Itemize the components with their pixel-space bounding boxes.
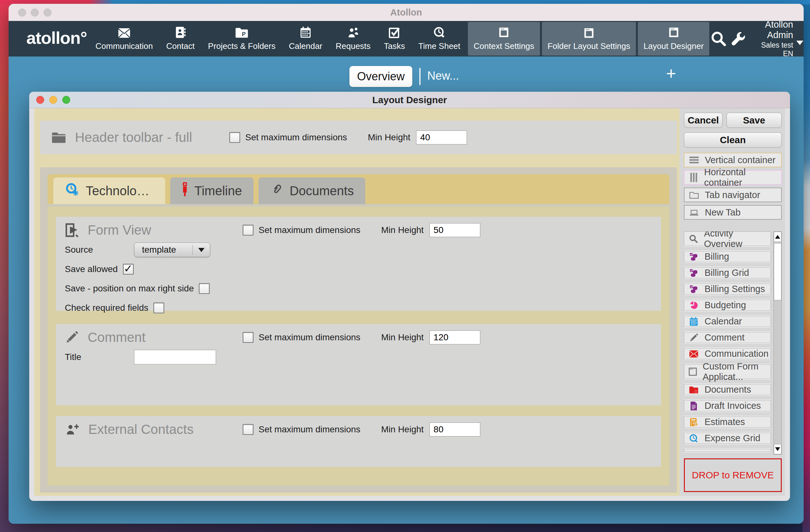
form-view-section[interactable]: Form View Set maximum dimensions Min Hei… [56,217,661,311]
palette-horizontal-container[interactable]: Horizontal container [684,170,782,185]
set-max-dimensions-label: Set maximum dimensions [259,425,360,435]
palette-vertical-container[interactable]: Vertical container [684,153,782,167]
scroll-down-icon[interactable] [774,444,781,454]
window-icon [688,367,698,377]
designer-tab-timeline[interactable]: Timeline [170,178,254,204]
min-height-input[interactable] [430,223,480,237]
pencil-icon [65,330,79,344]
clock-icon [688,434,699,443]
palette-tab-navigator[interactable]: Tab navigator [684,188,782,202]
nav-item-time-sheet[interactable]: Time Sheet [412,22,467,55]
nav-item-layout-designer[interactable]: Layout Designer [638,22,709,55]
folder-icon [51,131,66,144]
component-list: Activity Overview Billing [684,231,782,454]
palette-billing-grid[interactable]: Billing Grid [684,267,771,278]
source-label: Source [65,245,134,255]
add-tab-button[interactable]: + [666,64,676,83]
designer-tab-documents[interactable]: Documents [259,178,365,204]
scroll-up-icon[interactable] [774,232,781,242]
save-button[interactable]: Save [727,113,782,128]
palette-draft-invoices[interactable]: Draft Invoices [684,400,771,411]
palette-expense-grid[interactable]: Expense Grid [684,433,771,444]
palette-calendar[interactable]: Calendar [684,316,771,327]
header-toolbar-section[interactable]: Header toolbar - full Set maximum dimens… [40,121,677,154]
window-icon [498,26,510,38]
palette-comment[interactable]: Comment [684,332,771,343]
desktop-background: Atollon atollon° Dashboard Communication… [0,0,810,532]
source-dropdown[interactable]: template [134,243,210,257]
tab-new[interactable]: New... [427,69,459,83]
person-plus-icon [65,423,79,436]
section-title: External Contacts [88,422,194,437]
palette-billing-settings[interactable]: Billing Settings [684,283,771,295]
main-navigation-bar: atollon° Dashboard Communication Contact [9,21,804,56]
search-icon[interactable] [710,29,727,49]
cancel-button[interactable]: Cancel [684,113,723,128]
palette-budgeting[interactable]: Budgeting [684,300,771,311]
palette-documents[interactable]: Documents [684,384,771,395]
palette-item-clipped[interactable] [684,449,771,452]
new-tab-icon [688,208,700,217]
wrench-icon[interactable] [730,29,747,49]
check-required-checkbox[interactable] [153,302,164,313]
palette-new-tab[interactable]: New Tab [684,205,782,220]
pin-icon [182,182,188,200]
nav-item-tasks[interactable]: Tasks [377,22,412,55]
palette-communication[interactable]: Communication [684,348,771,359]
palette-estimates[interactable]: $ Estimates [684,416,771,428]
tab-overview[interactable]: Overview [350,66,412,87]
comment-title-input[interactable] [134,350,216,364]
nav-item-requests[interactable]: Requests [329,22,377,55]
min-height-input[interactable] [430,422,480,436]
vertical-container: Technology C... Timeline D [40,167,677,493]
set-max-dimensions-checkbox[interactable] [229,132,240,143]
nav-item-context-settings[interactable]: Context Settings [468,22,540,55]
save-position-checkbox[interactable] [199,283,210,294]
comment-section[interactable]: Comment Set maximum dimensions Min Heigh… [56,324,661,405]
save-position-label: Save - position on max right side [65,283,194,294]
save-allowed-checkbox[interactable] [123,264,134,275]
palette-activity-overview[interactable]: Activity Overview [684,231,771,246]
set-max-dimensions-checkbox[interactable] [243,332,254,343]
pie-chart-icon [688,301,699,310]
atollon-logo: atollon° [26,28,87,48]
palette-billing[interactable]: Billing [684,251,771,262]
layout-designer-window: Layout Designer Header toolbar - full Se… [29,92,790,501]
coins-icon [688,252,699,262]
tab-folder-icon [688,190,700,199]
calculator-icon: $ [688,417,699,427]
chevron-down-icon [796,40,803,45]
pencil-icon [688,333,699,343]
external-contacts-section[interactable]: External Contacts Set maximum dimensions… [56,416,661,467]
nav-item-calendar[interactable]: Calendar [282,22,329,55]
min-height-label: Min Height [381,225,424,235]
save-allowed-label: Save allowed [65,264,118,274]
min-height-input[interactable] [430,330,480,344]
set-max-dimensions-checkbox[interactable] [243,424,254,435]
set-max-dimensions-label: Set maximum dimensions [245,132,347,143]
set-max-dimensions-checkbox[interactable] [243,225,254,235]
section-title: Comment [88,330,145,345]
clock-icon [433,26,446,38]
user-menu[interactable]: Atollon Admin Sales test EN [754,19,803,58]
nav-item-contact[interactable]: Contact [160,22,201,55]
comment-title-label: Title [65,352,134,362]
scrollbar-thumb[interactable] [774,243,781,300]
designer-tab-technology[interactable]: Technology C... [53,178,165,204]
calendar-icon [300,26,311,38]
nav-item-folder-layout-settings[interactable]: Folder Layout Settings [542,22,636,55]
set-max-dimensions-label: Set maximum dimensions [259,332,360,343]
app-titlebar: Atollon [9,4,804,21]
user-workspace: Sales test EN [754,41,793,58]
drop-to-remove-zone[interactable]: DROP to REMOVE [684,459,782,492]
component-list-scrollbar[interactable] [774,231,782,454]
nav-item-communication[interactable]: Communication [89,22,160,55]
document-icon [688,401,699,411]
clean-button[interactable]: Clean [684,132,782,148]
nav-item-projects-folders[interactable]: P Projects & Folders [201,22,282,55]
task-check-icon [388,26,401,38]
tab-separator [419,68,421,85]
min-height-input[interactable] [416,131,467,145]
tab-content-pane: Form View Set maximum dimensions Min Hei… [48,206,669,486]
palette-custom-form[interactable]: Custom Form Applicat... [684,364,771,379]
